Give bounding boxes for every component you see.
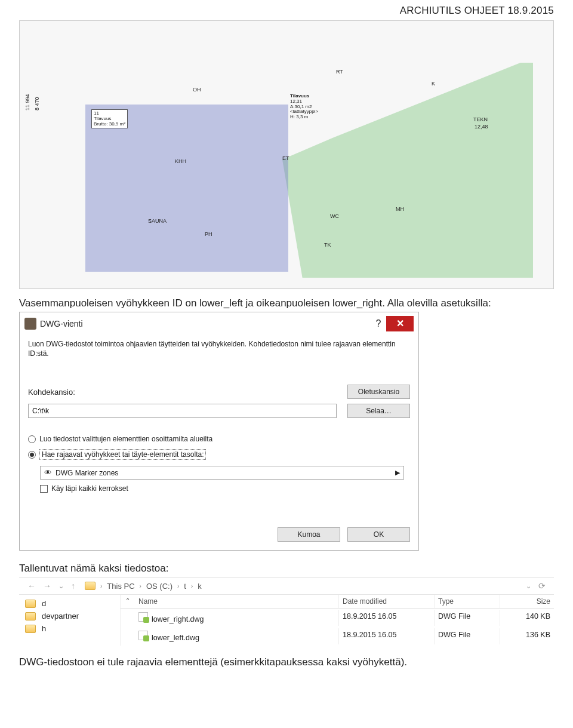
- file-date: 18.9.2015 16.05: [339, 628, 435, 644]
- default-folder-button[interactable]: Oletuskansio: [347, 385, 410, 399]
- col-date[interactable]: Date modified: [339, 595, 435, 608]
- zone-info-center: Tilavuus 12,31 A:30,1 m2 <lattiatyyppi> …: [288, 93, 320, 121]
- file-type: DWG File: [435, 628, 500, 644]
- tree-item-d[interactable]: d: [19, 597, 120, 610]
- file-row[interactable]: lower_right.dwg 18.9.2015 16.05 DWG File…: [121, 609, 554, 627]
- file-row[interactable]: lower_left.dwg 18.9.2015 16.05 DWG File …: [121, 627, 554, 646]
- chevron-right-icon: ▶: [395, 469, 400, 477]
- combo-value: DWG Marker zones: [56, 469, 395, 477]
- zone-info-left: 11 Tilavuus Brutto: 30,9 m³: [91, 109, 128, 128]
- tree-item-h[interactable]: h: [19, 622, 120, 635]
- dim-11: 11 994: [24, 94, 30, 110]
- forward-button[interactable]: →: [39, 580, 55, 592]
- label-tk: TK: [324, 242, 331, 248]
- bc-k[interactable]: k: [195, 580, 204, 592]
- layer-combo[interactable]: 👁 DWG Marker zones ▶: [40, 466, 404, 480]
- body-text-1: Vasemmanpuoleisen vyöhykkeen ID on lower…: [19, 297, 554, 309]
- chevron-right-icon: ›: [177, 583, 179, 589]
- label-rt: RT: [336, 69, 343, 75]
- file-date: 18.9.2015 16.05: [339, 610, 435, 626]
- chevron-right-icon: ›: [100, 583, 102, 589]
- radio-icon: [28, 451, 36, 459]
- label-tekn-v: 12,48: [475, 124, 488, 130]
- folder-icon: [25, 625, 36, 633]
- col-size[interactable]: Size: [500, 595, 554, 608]
- help-button[interactable]: ?: [371, 318, 386, 329]
- label-et: ET: [282, 155, 289, 161]
- label-sauna: SAUNA: [148, 218, 167, 224]
- zone11-brutto: Brutto: 30,9 m³: [94, 122, 125, 127]
- dialog-description: Luon DWG-tiedostot toimintoa ohjaavien t…: [28, 340, 410, 358]
- col-name[interactable]: Name: [135, 595, 339, 608]
- back-button[interactable]: ←: [24, 580, 39, 592]
- label-ph: PH: [205, 231, 212, 237]
- label-oh: OH: [193, 87, 201, 93]
- floorplan-image: 11 994 8 470 11 Tilavuus Brutto: 30,9 m³…: [19, 20, 554, 289]
- folder-tree[interactable]: d devpartner h: [19, 595, 121, 646]
- address-dropdown[interactable]: ⌄: [522, 581, 535, 591]
- checkbox-icon: [40, 485, 48, 493]
- browse-button[interactable]: Selaa…: [347, 404, 410, 418]
- file-size: 140 KB: [500, 610, 554, 626]
- up-button[interactable]: ↑: [67, 580, 79, 592]
- dim-8: 8 470: [34, 97, 40, 110]
- label-kohdekansio: Kohdekansio:: [28, 388, 279, 397]
- bc-t[interactable]: t: [181, 580, 189, 592]
- caret-icon: ^: [121, 595, 135, 608]
- label-khh: KHH: [175, 158, 186, 164]
- folder-icon: [25, 600, 36, 608]
- file-explorer: ← → ⌄ ↑ › This PC › OS (C:) › t › k ⌄ ⟳ …: [19, 577, 554, 646]
- bc-thispc[interactable]: This PC: [104, 580, 137, 592]
- eye-icon: 👁: [44, 468, 52, 477]
- dialog-title: DWG-vienti: [40, 319, 371, 328]
- tree-label: h: [42, 624, 46, 633]
- col-type[interactable]: Type: [435, 595, 500, 608]
- tree-label: devpartner: [42, 612, 79, 621]
- label-wc: WC: [330, 213, 339, 219]
- page-header: ARCHIUTILS OHJEET 18.9.2015: [19, 5, 554, 17]
- radio-from-layer[interactable]: Hae rajaavat vyöhykkeet tai täyte-elemen…: [28, 449, 410, 460]
- check-all-floors[interactable]: Käy läpi kaikki kerrokset: [40, 484, 410, 493]
- tree-label: d: [42, 599, 46, 608]
- dwg-file-icon: [138, 631, 148, 640]
- chevron-right-icon: ›: [140, 583, 141, 589]
- cancel-button[interactable]: Kumoa: [278, 527, 340, 542]
- file-name: lower_right.dwg: [152, 615, 204, 623]
- path-input[interactable]: [28, 404, 337, 418]
- dwg-file-icon: [138, 612, 148, 622]
- label-k: K: [432, 81, 435, 87]
- folder-icon: [25, 612, 36, 621]
- chevron-right-icon: ›: [191, 583, 193, 589]
- bc-os[interactable]: OS (C:): [144, 580, 175, 592]
- tree-item-devpartner[interactable]: devpartner: [19, 610, 120, 622]
- close-button[interactable]: ✕: [386, 316, 414, 331]
- folder-icon: [85, 582, 96, 590]
- body-text-3: DWG-tiedostoon ei tule rajaavia elementt…: [19, 656, 554, 668]
- label-mh: MH: [396, 206, 404, 212]
- column-headers[interactable]: ^ Name Date modified Type Size: [121, 595, 554, 609]
- radio1-label: Luo tiedostot valittujen elementtien oso…: [39, 435, 212, 443]
- radio-icon: [28, 435, 36, 443]
- zone-left: [85, 105, 288, 272]
- recent-button[interactable]: ⌄: [55, 581, 67, 591]
- label-tekn: TEKN: [473, 116, 488, 122]
- file-type: DWG File: [435, 610, 500, 626]
- radio2-label: Hae rajaavat vyöhykkeet tai täyte-elemen…: [39, 449, 206, 460]
- dwg-export-dialog: DWG-vienti ? ✕ Luon DWG-tiedostot toimin…: [19, 312, 419, 551]
- body-text-2: Tallentuvat nämä kaksi tiedostoa:: [19, 563, 554, 575]
- ok-button[interactable]: OK: [347, 527, 410, 542]
- file-size: 136 KB: [500, 628, 554, 644]
- file-name: lower_left.dwg: [152, 634, 199, 642]
- check-label: Käy läpi kaikki kerrokset: [51, 484, 128, 493]
- refresh-button[interactable]: ⟳: [535, 580, 549, 592]
- dialog-icon: [24, 318, 36, 330]
- center-h: H: 3,3 m: [290, 115, 318, 120]
- radio-selected-elements[interactable]: Luo tiedostot valittujen elementtien oso…: [28, 435, 410, 443]
- breadcrumb[interactable]: › This PC › OS (C:) › t › k: [85, 580, 522, 592]
